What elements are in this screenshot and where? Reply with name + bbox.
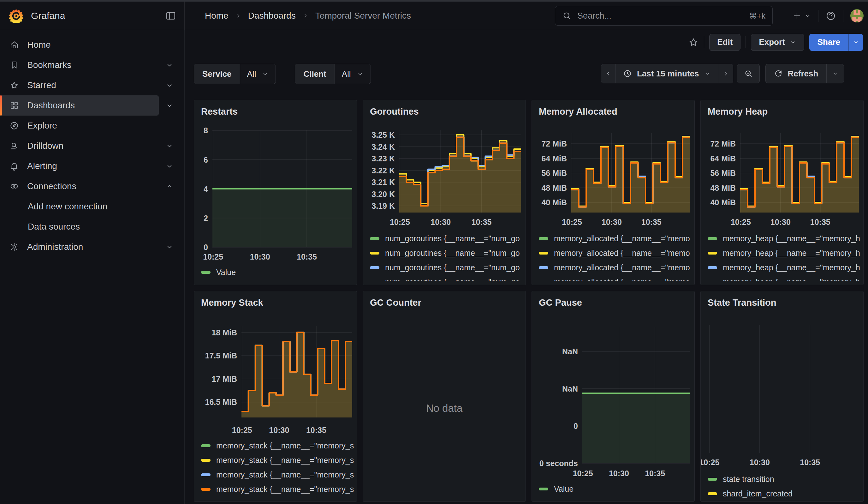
sidebar-item-label: Administration <box>27 242 83 252</box>
svg-text:10:25: 10:25 <box>573 469 593 478</box>
chevron-down-icon <box>356 70 364 78</box>
time-shift-back-button[interactable] <box>601 64 616 83</box>
chevron-left-icon <box>605 70 612 77</box>
refresh-button[interactable]: Refresh <box>765 64 827 83</box>
panel-title[interactable]: Memory Heap <box>707 106 768 117</box>
svg-text:72 MiB: 72 MiB <box>710 139 736 148</box>
sidebar-item-add-new-connection[interactable]: Add new connection <box>0 196 159 217</box>
svg-text:10:35: 10:35 <box>645 469 665 478</box>
svg-text:4: 4 <box>204 184 208 193</box>
svg-text:3.22 K: 3.22 K <box>372 166 395 175</box>
sidebar-toggle-icon[interactable] <box>165 10 176 21</box>
search-box[interactable]: ⌘+k <box>555 6 773 25</box>
sidebar-item-starred[interactable]: Starred <box>0 75 159 95</box>
help-button[interactable] <box>825 10 836 21</box>
chevron-down-icon <box>832 70 839 77</box>
service-filter-value[interactable]: All <box>240 64 276 84</box>
panel-title[interactable]: GC Pause <box>539 298 582 308</box>
svg-text:0: 0 <box>574 422 578 430</box>
svg-text:10:30: 10:30 <box>602 218 622 226</box>
svg-text:10:30: 10:30 <box>250 252 270 261</box>
search-input[interactable] <box>577 11 749 21</box>
svg-text:3.23 K: 3.23 K <box>372 154 395 163</box>
grafana-app: Grafana HomeDashboardsTemporal Server Me… <box>0 0 868 504</box>
sidebar-item-connections[interactable]: Connections <box>0 176 159 196</box>
edit-button[interactable]: Edit <box>709 34 741 51</box>
svg-text:56 MiB: 56 MiB <box>541 169 567 177</box>
chevron-right-icon <box>235 12 242 19</box>
sidebar-item-label: Alerting <box>27 161 57 171</box>
bookmark-icon <box>9 60 19 70</box>
export-button[interactable]: Export <box>751 34 804 51</box>
sidebar-item-label: Dashboards <box>27 101 75 111</box>
svg-text:10:35: 10:35 <box>472 218 492 226</box>
sidebar-item-bookmarks[interactable]: Bookmarks <box>0 55 159 75</box>
panel-gc-counter: GC Counter No data <box>363 291 526 502</box>
brand-section: Grafana <box>0 2 185 30</box>
chevron-down-icon[interactable] <box>165 61 174 69</box>
sidebar-item-explore[interactable]: Explore <box>0 116 159 136</box>
avatar[interactable] <box>850 9 864 22</box>
time-shift-forward-button[interactable] <box>719 64 733 83</box>
sidebar-item-label: Bookmarks <box>27 60 71 70</box>
star-icon <box>9 81 19 90</box>
panel-title[interactable]: GC Counter <box>370 298 421 308</box>
svg-text:10:25: 10:25 <box>731 218 751 226</box>
drilldown-icon <box>9 141 19 151</box>
new-button[interactable] <box>792 11 811 21</box>
sidebar-item-administration[interactable]: Administration <box>0 237 159 257</box>
breadcrumb-item-temporal-server-metrics[interactable]: Temporal Server Metrics <box>315 11 411 21</box>
apps-icon <box>9 101 19 110</box>
svg-text:NaN: NaN <box>562 347 578 356</box>
svg-text:40 MiB: 40 MiB <box>710 198 736 207</box>
grafana-logo-icon[interactable] <box>9 9 23 23</box>
svg-text:10:30: 10:30 <box>609 469 629 478</box>
share-dropdown-button[interactable] <box>848 34 863 51</box>
chevron-down-icon[interactable] <box>165 243 174 251</box>
panel-title[interactable]: Goroutines <box>370 106 419 117</box>
sidebar-item-label: Connections <box>27 181 76 192</box>
time-zoom-out-button[interactable] <box>737 64 760 83</box>
svg-text:10:35: 10:35 <box>297 252 317 261</box>
panel-title[interactable]: Restarts <box>201 106 238 117</box>
sidebar-item-home[interactable]: Home <box>0 35 159 55</box>
search-icon <box>562 11 572 21</box>
breadcrumb-item-dashboards[interactable]: Dashboards <box>248 11 296 21</box>
sidebar-item-label: Explore <box>27 121 57 131</box>
chevron-up-icon[interactable] <box>165 182 174 191</box>
favorite-star-button[interactable] <box>688 37 699 48</box>
svg-text:64 MiB: 64 MiB <box>710 154 736 163</box>
sidebar-item-label: Add new connection <box>28 202 107 212</box>
sidebar-item-alerting[interactable]: Alerting <box>0 156 159 176</box>
breadcrumb-item-home[interactable]: Home <box>205 11 228 21</box>
time-range-picker[interactable]: Last 15 minutes <box>615 64 719 83</box>
chevron-down-icon[interactable] <box>165 162 174 170</box>
chevron-down-icon[interactable] <box>165 101 174 110</box>
svg-text:48 MiB: 48 MiB <box>541 184 567 192</box>
svg-text:10:25: 10:25 <box>203 252 223 261</box>
svg-text:10:25: 10:25 <box>701 458 719 467</box>
panel-memory-heap: Memory Heap memory_heap {__name__="memor… <box>700 100 864 285</box>
sidebar-item-label: Drilldown <box>27 141 63 151</box>
panel-title[interactable]: Memory Allocated <box>539 106 617 117</box>
panel-goroutines: Goroutines num_goroutines {__name__="num… <box>363 100 526 285</box>
panel-title[interactable]: Memory Stack <box>201 298 263 308</box>
svg-text:17.5 MiB: 17.5 MiB <box>205 351 237 360</box>
sidebar-item-label: Data sources <box>28 222 80 232</box>
sidebar-item-data-sources[interactable]: Data sources <box>0 217 159 237</box>
svg-text:3.24 K: 3.24 K <box>372 142 395 151</box>
panel-memory-allocated: Memory Allocated memory_allocated {__nam… <box>531 100 695 285</box>
svg-text:48 MiB: 48 MiB <box>710 184 736 192</box>
sidebar-item-dashboards[interactable]: Dashboards <box>0 95 159 116</box>
panel-title[interactable]: State Transition <box>707 298 776 308</box>
chevron-down-icon[interactable] <box>165 81 174 89</box>
svg-text:8: 8 <box>204 126 208 135</box>
svg-text:3.20 K: 3.20 K <box>372 190 395 199</box>
share-button[interactable]: Share <box>809 34 848 51</box>
share-button-group: Share <box>809 34 863 51</box>
chevron-down-icon[interactable] <box>165 142 174 150</box>
chevron-down-icon <box>852 39 859 46</box>
sidebar-item-drilldown[interactable]: Drilldown <box>0 136 159 156</box>
client-filter-value[interactable]: All <box>334 64 371 84</box>
refresh-interval-button[interactable] <box>826 64 844 83</box>
